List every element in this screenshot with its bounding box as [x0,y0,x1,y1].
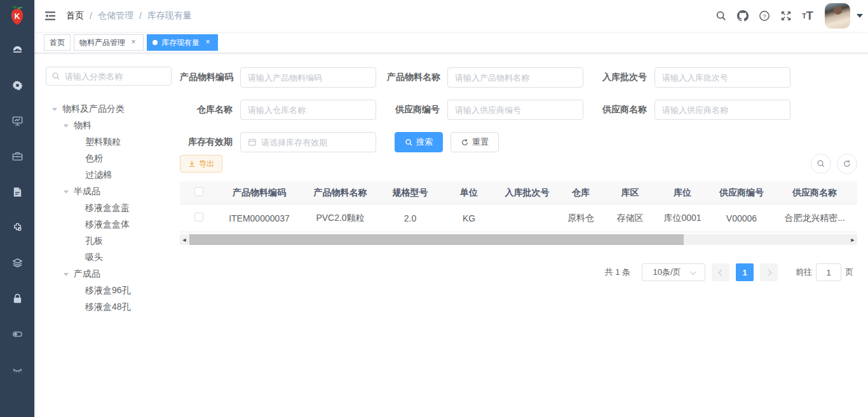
toggle-search-button[interactable] [811,154,831,174]
sidebar-toggle-button[interactable] [34,0,66,32]
font-size-button[interactable]: TT [797,0,818,32]
sidebar-item-settings[interactable] [0,67,34,103]
sidebar-item-document[interactable] [0,174,34,209]
cell-item-name: PVC2.0颗粒 [301,213,380,224]
pagination: 共 1 条 10条/页 1 前往 页 [180,263,857,281]
tree-expand-icon[interactable] [64,124,69,128]
scroll-left-arrow[interactable]: ◄ [180,234,189,245]
refresh-table-button[interactable] [837,154,857,174]
cell-spec: 2.0 [380,213,440,223]
supplier-code-input[interactable] [447,100,583,120]
breadcrumb-separator: / [90,11,92,21]
avatar[interactable] [825,3,850,29]
column-header: 库区 [605,187,655,199]
field-label: 库存有效期 [180,136,240,148]
tree-expand-icon[interactable] [52,108,57,111]
tree-node-label: 过滤棉 [85,169,112,181]
sidebar-item-toggle[interactable] [0,316,34,352]
tree-node-leaf[interactable]: 移液盒96孔 [34,282,180,299]
field-label: 仓库名称 [180,104,240,116]
tree-expand-icon[interactable] [64,190,69,194]
header-search-button[interactable] [710,0,732,32]
sidebar-item-eye-off[interactable] [0,352,34,387]
user-menu[interactable] [825,3,863,29]
page-number-button[interactable]: 1 [736,263,754,281]
tab-material-product-mgmt[interactable]: 物料产品管理 × [74,34,144,51]
layers-icon [11,257,24,269]
expiry-date-input[interactable] [261,138,369,147]
sidebar-item-briefcase[interactable] [0,138,34,174]
supplier-name-input[interactable] [654,100,790,120]
tree-node-leaf[interactable]: 移液盒盒盖 [34,200,180,216]
help-button[interactable]: ? [754,0,775,32]
goto-page-input[interactable] [816,263,841,281]
horizontal-scrollbar: ◄ ► [180,234,857,245]
tree-node-leaf[interactable]: 孔板 [34,233,180,249]
inbound-batch-input[interactable] [654,67,790,88]
category-search-input[interactable] [65,72,166,81]
select-all-checkbox[interactable] [194,187,203,196]
tree-node-root[interactable]: 物料及产品分类 [34,101,180,117]
search-button[interactable]: 搜索 [395,132,443,152]
tab-home[interactable]: 首页 [44,34,71,51]
tree-node-label: 吸头 [85,252,103,263]
github-link-button[interactable] [732,0,754,32]
breadcrumb-home[interactable]: 首页 [66,10,84,22]
sidebar-item-monitor[interactable] [0,103,34,138]
calendar-icon [248,138,257,147]
export-button[interactable]: 导出 [180,155,222,173]
total-count: 共 1 条 [605,267,630,278]
hamburger-icon [44,10,57,22]
close-icon[interactable]: × [203,38,212,47]
column-header: 供应商名称 [773,187,856,199]
column-header: 仓库 [557,187,605,199]
tree-node-materials[interactable]: 物料 [34,117,180,134]
app-logo[interactable]: K [0,0,34,32]
tree-node-semifinished[interactable]: 半成品 [34,183,180,200]
column-header: 产品物料名称 [301,187,380,199]
tags-view-bar: 首页 物料产品管理 × 库存现有量 × [34,32,868,53]
chevron-right-icon [765,269,771,275]
tree-node-leaf[interactable]: 塑料颗粒 [34,134,180,150]
tree-node-leaf[interactable]: 色粉 [34,150,180,167]
tree-node-label: 半成品 [74,186,100,197]
tree-node-finished[interactable]: 产成品 [34,266,180,282]
goto-unit: 页 [845,267,853,278]
tab-inventory-on-hand[interactable]: 库存现有量 × [147,34,218,51]
scrollbar-thumb[interactable] [189,234,684,245]
cell-item-code: ITEM00000037 [218,213,301,223]
sidebar-item-layers[interactable] [0,245,34,281]
prev-page-button[interactable] [712,263,729,281]
sidebar-item-dashboard[interactable] [0,32,34,67]
search-icon [405,138,413,147]
tree-node-leaf[interactable]: 过滤棉 [34,167,180,183]
page-size-select[interactable]: 10条/页 [642,263,705,281]
breadcrumb-section: 仓储管理 [98,10,133,22]
scroll-right-arrow[interactable]: ► [848,234,857,245]
sidebar-item-lock[interactable] [0,281,34,316]
category-tree-panel: 物料及产品分类 物料 塑料颗粒 色粉 过滤棉 半成品 移液盒盒盖 移液盒盒体 孔… [34,54,180,417]
tree-node-leaf[interactable]: 吸头 [34,249,180,266]
field-label: 供应商编号 [387,104,447,116]
item-code-input[interactable] [240,67,376,88]
tree-expand-icon[interactable] [64,273,69,276]
chevron-left-icon [718,269,724,275]
cell-location: 库位0001 [655,213,710,224]
column-header: 入库批次号 [498,187,557,199]
tree-node-leaf[interactable]: 移液盒盒体 [34,216,180,233]
item-name-input[interactable] [447,67,583,88]
field-label: 产品物料编码 [180,72,240,83]
next-page-button[interactable] [760,263,778,281]
tree-node-label: 移液盒盒盖 [85,202,130,214]
fullscreen-button[interactable] [775,0,797,32]
sidebar-item-plugin[interactable] [0,209,34,245]
reset-button[interactable]: 重置 [451,132,499,152]
close-icon[interactable]: × [129,38,138,47]
strawberry-logo-icon: K [6,5,28,27]
active-tab-dot [153,40,158,45]
tree-node-leaf[interactable]: 移液盒48孔 [34,299,180,315]
github-icon [737,10,749,22]
row-checkbox[interactable] [194,213,203,222]
expiry-date-picker[interactable] [240,132,376,152]
warehouse-name-input[interactable] [240,100,376,120]
